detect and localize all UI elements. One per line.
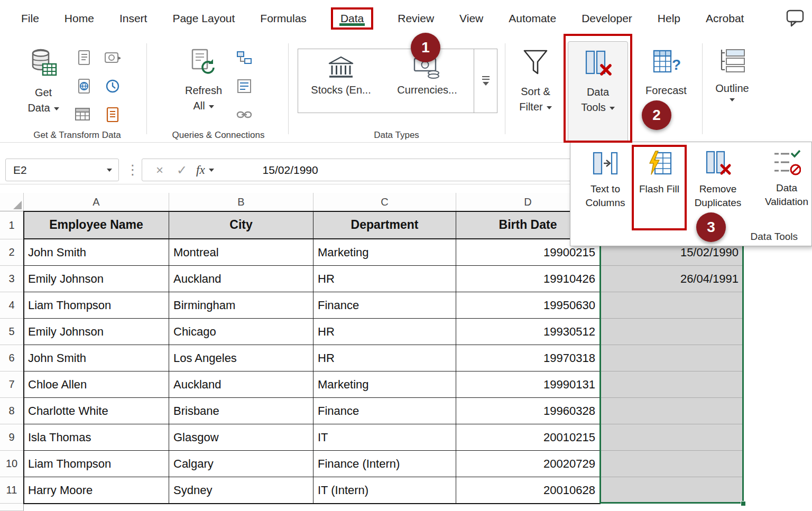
cell-C3[interactable]: HR — [313, 266, 456, 292]
menu-tab-view[interactable]: View — [458, 7, 484, 30]
cell-B6[interactable]: Los Angeles — [169, 345, 313, 371]
menu-item-data-validation[interactable]: Data Validation — [756, 150, 812, 208]
cell-E5[interactable] — [600, 319, 743, 345]
cell-B10[interactable]: Calgary — [169, 451, 313, 477]
menu-tab-page-layout[interactable]: Page Layout — [171, 7, 236, 30]
cell-D11[interactable]: 20010628 — [456, 477, 600, 504]
menu-tab-automate[interactable]: Automate — [508, 7, 557, 30]
column-header-C[interactable]: C — [313, 193, 456, 211]
cell-A4[interactable]: Liam Thompson — [24, 292, 169, 319]
cell-A8[interactable]: Charlotte White — [24, 398, 169, 424]
menu-tab-acrobat[interactable]: Acrobat — [705, 7, 745, 30]
table-header-employee-name[interactable]: Employee Name — [24, 211, 169, 239]
cell-D10[interactable]: 20020729 — [456, 451, 600, 477]
cell-D8[interactable]: 19960328 — [456, 398, 600, 424]
row-header-7[interactable]: 7 — [0, 371, 24, 398]
name-box[interactable]: E2 — [5, 159, 119, 181]
data-tools-button[interactable]: Data Tools — [568, 41, 628, 143]
row-header-9[interactable]: 9 — [0, 424, 24, 451]
menu-tab-file[interactable]: File — [20, 7, 40, 30]
cell-D5[interactable]: 19930512 — [456, 319, 600, 345]
cell-E3[interactable]: 26/04/1991 — [600, 266, 743, 292]
menu-tab-insert[interactable]: Insert — [118, 7, 149, 30]
stocks-button[interactable]: Stocks (En... — [301, 52, 381, 110]
cell-C6[interactable]: HR — [313, 345, 456, 371]
menu-tab-developer[interactable]: Developer — [580, 7, 633, 30]
from-text-icon[interactable] — [76, 49, 94, 67]
cell-A10[interactable]: Liam Thompson — [24, 451, 169, 477]
cell-B9[interactable]: Glasgow — [169, 424, 313, 451]
edit-links-icon[interactable] — [235, 106, 253, 124]
cell-E11[interactable] — [600, 477, 743, 504]
chevron-down-icon[interactable] — [209, 169, 214, 172]
from-web-icon[interactable] — [76, 77, 94, 95]
forecast-button[interactable]: ? Forecast — [639, 42, 694, 98]
fill-handle[interactable] — [741, 501, 746, 506]
menu-tab-home[interactable]: Home — [63, 7, 95, 30]
cell-B3[interactable]: Auckland — [169, 266, 313, 292]
queries-connections-icon[interactable] — [235, 49, 253, 67]
get-data-button[interactable]: Get Data — [19, 42, 68, 116]
cell-E4[interactable] — [600, 292, 743, 319]
menu-item-remove-duplicates[interactable]: Remove Duplicates — [687, 150, 749, 209]
enter-icon[interactable]: ✓ — [171, 163, 193, 178]
cell-E10[interactable] — [600, 451, 743, 477]
cell-D6[interactable]: 19970318 — [456, 345, 600, 371]
row-header-6[interactable]: 6 — [0, 345, 24, 371]
menu-tab-formulas[interactable]: Formulas — [259, 7, 308, 30]
menu-tab-data[interactable]: Data — [331, 7, 373, 30]
cell-D9[interactable]: 20010215 — [456, 424, 600, 451]
formula-value[interactable]: 15/02/1990 — [263, 164, 318, 176]
cell-B8[interactable]: Brisbane — [169, 398, 313, 424]
row-header-4[interactable]: 4 — [0, 292, 24, 319]
cell-A5[interactable]: Emily Johnson — [24, 319, 169, 345]
cell-A11[interactable]: Harry Moore — [24, 477, 169, 504]
cell-C4[interactable]: Finance — [313, 292, 456, 319]
row-header-11[interactable]: 11 — [0, 477, 24, 504]
row-header-3[interactable]: 3 — [0, 266, 24, 292]
cell-E8[interactable] — [600, 398, 743, 424]
cell-C2[interactable]: Marketing — [313, 239, 456, 266]
cell-C10[interactable]: Finance (Intern) — [313, 451, 456, 477]
row-header-10[interactable]: 10 — [0, 451, 24, 477]
table-header-department[interactable]: Department — [313, 211, 456, 239]
from-table-icon[interactable] — [74, 106, 92, 124]
cell-D4[interactable]: 19950630 — [456, 292, 600, 319]
row-header-1[interactable]: 1 — [0, 211, 24, 239]
menu-item-text-to-columns[interactable]: Text to Columns — [576, 150, 635, 209]
menu-tab-help[interactable]: Help — [657, 7, 681, 30]
cell-B11[interactable]: Sydney — [169, 477, 313, 504]
cell-A3[interactable]: Emily Johnson — [24, 266, 169, 292]
select-all-corner[interactable] — [0, 193, 24, 211]
properties-icon[interactable] — [235, 77, 253, 95]
cell-B5[interactable]: Chicago — [169, 319, 313, 345]
cancel-icon[interactable]: × — [149, 163, 171, 178]
cell-A9[interactable]: Isla Thomas — [24, 424, 169, 451]
menu-item-flash-fill[interactable]: Flash Fill — [634, 150, 685, 196]
recent-sources-icon[interactable] — [104, 77, 122, 95]
outline-button[interactable]: Outline — [707, 42, 757, 101]
column-header-A[interactable]: A — [24, 193, 169, 211]
cell-E6[interactable] — [600, 345, 743, 371]
cell-C7[interactable]: Marketing — [313, 371, 456, 398]
sort-filter-button[interactable]: Sort & Filter — [509, 42, 562, 115]
cell-B7[interactable]: Auckland — [169, 371, 313, 398]
row-header-2[interactable]: 2 — [0, 239, 24, 266]
cell-E7[interactable] — [600, 371, 743, 398]
cell-A2[interactable]: John Smith — [24, 239, 169, 266]
cell-A6[interactable]: John Smith — [24, 345, 169, 371]
existing-connections-icon[interactable] — [104, 106, 122, 124]
insert-function-icon[interactable]: fx — [196, 163, 205, 177]
row-header-5[interactable]: 5 — [0, 319, 24, 345]
gallery-more-button[interactable] — [474, 49, 497, 113]
comment-icon[interactable] — [786, 8, 805, 30]
cell-E9[interactable] — [600, 424, 743, 451]
cell-B4[interactable]: Birmingham — [169, 292, 313, 319]
cell-C9[interactable]: IT — [313, 424, 456, 451]
chevron-down-icon[interactable] — [107, 169, 112, 172]
cell-D3[interactable]: 19910426 — [456, 266, 600, 292]
cell-D7[interactable]: 19990131 — [456, 371, 600, 398]
cell-B2[interactable]: Montreal — [169, 239, 313, 266]
menu-tab-review[interactable]: Review — [396, 7, 435, 30]
row-header-8[interactable]: 8 — [0, 398, 24, 424]
